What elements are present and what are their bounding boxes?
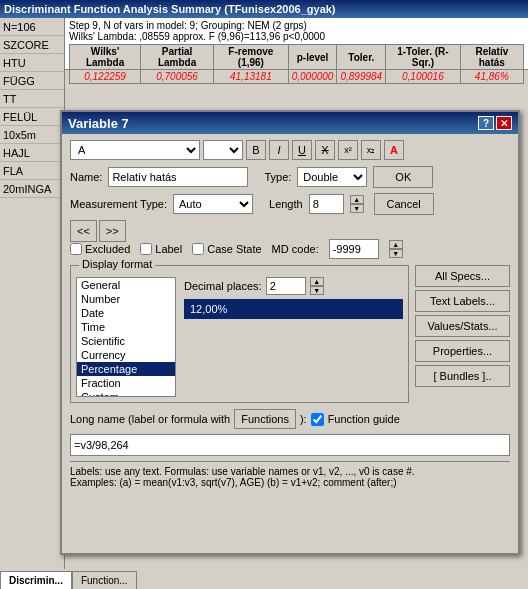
italic-button[interactable]: I (269, 140, 289, 160)
underline-button[interactable]: U (292, 140, 312, 160)
cell-partial: 0,700056 (141, 70, 214, 84)
label-checkbox-label[interactable]: Label (140, 243, 182, 255)
list-item-general[interactable]: General (77, 278, 175, 292)
font-selector[interactable]: A (70, 140, 200, 160)
sidebar-felul-label: FELÜL (3, 111, 37, 123)
stats-area: Step 9, N of vars in model: 9; Grouping:… (65, 18, 528, 70)
excluded-checkbox[interactable] (70, 243, 82, 255)
list-item-fraction[interactable]: Fraction (77, 376, 175, 390)
all-specs-button[interactable]: All Specs... (415, 265, 510, 287)
sidebar-item-tt[interactable]: TT (0, 90, 64, 108)
formula-input[interactable] (70, 434, 510, 456)
length-label: Length (269, 198, 303, 210)
label-checkbox[interactable] (140, 243, 152, 255)
checkbox-row: Excluded Label Case State MD code: ▲ ▼ (70, 239, 510, 259)
list-item-currency[interactable]: Currency (77, 348, 175, 362)
col-relativ: Relatív hatás (460, 45, 523, 70)
longname-row: Long name (label or formula with Functio… (70, 409, 510, 429)
case-state-checkbox[interactable] (192, 243, 204, 255)
function-guide-checkbox[interactable] (311, 413, 324, 426)
list-item-number[interactable]: Number (77, 292, 175, 306)
list-item-date[interactable]: Date (77, 306, 175, 320)
functions-button[interactable]: Functions (234, 409, 296, 429)
ok-button[interactable]: OK (373, 166, 433, 188)
md-code-spinner[interactable]: ▲ ▼ (389, 240, 403, 258)
col-wilks: Wilks' Lambda (70, 45, 141, 70)
tab-function-label: Function... (81, 575, 128, 586)
case-state-checkbox-label[interactable]: Case State (192, 243, 261, 255)
case-state-label: Case State (207, 243, 261, 255)
cancel-button[interactable]: Cancel (374, 193, 434, 215)
name-label: Name: (70, 171, 102, 183)
tab-discrimin-label: Discrimin... (9, 575, 63, 586)
sidebar-item-10x5m[interactable]: 10x5m (0, 126, 64, 144)
sidebar-20minga-label: 20mINGA (3, 183, 51, 195)
text-labels-button[interactable]: Text Labels... (415, 290, 510, 312)
sidebar-item-fla[interactable]: FLA (0, 162, 64, 180)
sidebar-item-szcore[interactable]: SZCORE (0, 36, 64, 54)
md-spin-down[interactable]: ▼ (389, 249, 403, 258)
decimal-input[interactable] (266, 277, 306, 295)
sidebar-item-20minga[interactable]: 20mINGA (0, 180, 64, 198)
dec-spin-up[interactable]: ▲ (310, 277, 324, 286)
excluded-checkbox-label[interactable]: Excluded (70, 243, 130, 255)
sidebar-tt-label: TT (3, 93, 16, 105)
bundles-label: [ Bundles ].. (433, 370, 491, 382)
values-stats-button[interactable]: Values/Stats... (415, 315, 510, 337)
close-button[interactable]: ✕ (496, 116, 512, 130)
format-list[interactable]: General Number Date Time Scientific Curr… (76, 277, 176, 397)
spin-down[interactable]: ▼ (350, 204, 364, 213)
cell-plevel: 0,000000 (288, 70, 337, 84)
spin-up[interactable]: ▲ (350, 195, 364, 204)
dec-spin-down[interactable]: ▼ (310, 286, 324, 295)
measurement-label: Measurement Type: (70, 198, 167, 210)
md-code-label: MD code: (272, 243, 319, 255)
type-select[interactable]: Double (297, 167, 367, 187)
col-partial: Partial Lambda (141, 45, 214, 70)
subscript-button[interactable]: x₂ (361, 140, 381, 160)
list-item-scientific[interactable]: Scientific (77, 334, 175, 348)
nav-next-button[interactable]: >> (99, 220, 126, 242)
tab-discrimin[interactable]: Discrimin... (0, 571, 72, 589)
font-color-button[interactable]: A (384, 140, 404, 160)
bold-icon: B (252, 144, 259, 156)
superscript-button[interactable]: x² (338, 140, 358, 160)
cancel-label: Cancel (387, 198, 421, 210)
sidebar: N=106 SZCORE HTU FÜGG TT FELÜL 10x5m HAJ… (0, 18, 65, 589)
list-item-percentage[interactable]: Percentage (77, 362, 175, 376)
decimal-spinner[interactable]: ▲ ▼ (310, 277, 324, 295)
nav-row: << >> (70, 220, 126, 242)
underline-icon: U (298, 144, 306, 156)
tab-function[interactable]: Function... (72, 571, 137, 589)
format-inner: General Number Date Time Scientific Curr… (76, 277, 403, 397)
md-spin-up[interactable]: ▲ (389, 240, 403, 249)
font-size-selector[interactable] (203, 140, 243, 160)
list-item-custom[interactable]: Custom (77, 390, 175, 397)
strikethrough-button[interactable]: X (315, 140, 335, 160)
sidebar-item-hajl[interactable]: HAJL (0, 144, 64, 162)
length-input[interactable] (309, 194, 344, 214)
col-plevel: p-level (288, 45, 337, 70)
closing-paren: ): (300, 413, 307, 425)
md-code-input[interactable] (329, 239, 379, 259)
sidebar-item-felul[interactable]: FELÜL (0, 108, 64, 126)
bundles-button[interactable]: [ Bundles ].. (415, 365, 510, 387)
longname-label: Long name (label or formula with (70, 413, 230, 425)
sidebar-item-fugg[interactable]: FÜGG (0, 72, 64, 90)
help-button[interactable]: ? (478, 116, 494, 130)
help-line2: Examples: (a) = mean(v1:v3, sqrt(v7), AG… (70, 477, 510, 488)
cell-relativ: 41,86% (460, 70, 523, 84)
properties-button[interactable]: Properties... (415, 340, 510, 362)
length-spinner[interactable]: ▲ ▼ (350, 195, 364, 213)
nav-prev-button[interactable]: << (70, 220, 97, 242)
list-item-time[interactable]: Time (77, 320, 175, 334)
display-format-box: Display format General Number Date Time … (70, 265, 409, 403)
name-input[interactable] (108, 167, 248, 187)
text-labels-label: Text Labels... (430, 295, 495, 307)
bold-button[interactable]: B (246, 140, 266, 160)
measurement-select[interactable]: Auto (173, 194, 253, 214)
italic-icon: I (277, 144, 280, 156)
sidebar-item-htu[interactable]: HTU (0, 54, 64, 72)
close-btn-label: ✕ (500, 118, 508, 129)
values-stats-label: Values/Stats... (427, 320, 497, 332)
